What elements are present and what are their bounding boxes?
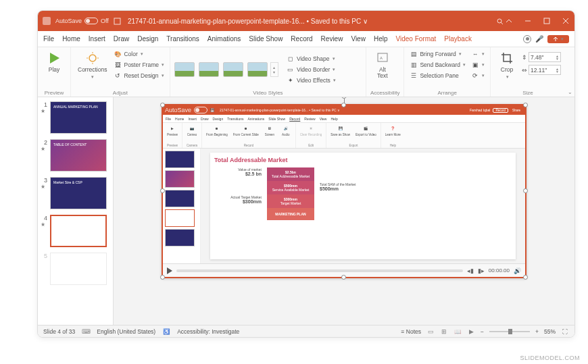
video-frame-fwd-button[interactable]: ▮▸ xyxy=(478,267,485,274)
slide-thumbnails-panel[interactable]: 1★ ANNUAL MARKETING PLAN 2★ TABLE OF CON… xyxy=(38,97,114,325)
group-size: Crop▾ ⇕ 7.48"▲▼ ⇔ 12.11"▲▼ Size xyxy=(491,47,565,97)
tab-design[interactable]: Design xyxy=(137,34,158,44)
style-thumb[interactable] xyxy=(223,62,243,77)
video-effects-button[interactable]: ✦Video Effects▾ xyxy=(285,76,337,85)
thumbnail-item[interactable]: 2★ TABLE OF CONTENT xyxy=(41,139,110,172)
zoom-level[interactable]: 55% xyxy=(544,328,556,335)
watermark: SLIDEMODEL.COM xyxy=(520,355,580,361)
video-object-selected[interactable]: AutoSave 💾 21747-01-annual-marketing-pla… xyxy=(162,104,526,278)
shape-icon: ◻ xyxy=(287,55,295,63)
reading-view-icon[interactable]: 📖 xyxy=(454,328,462,336)
share-button[interactable]: ▾ xyxy=(547,35,569,43)
zoom-slider[interactable] xyxy=(489,331,530,332)
tab-insert[interactable]: Insert xyxy=(89,34,105,44)
bring-forward-button[interactable]: ▤Bring Forward▾ xyxy=(408,49,467,59)
close-icon[interactable] xyxy=(561,16,570,26)
notes-button[interactable]: ≡ Notes xyxy=(401,328,422,335)
poster-frame-button[interactable]: 🖼Poster Frame▾ xyxy=(112,60,166,70)
tab-animations[interactable]: Animations xyxy=(207,34,241,44)
tab-review[interactable]: Review xyxy=(321,34,343,44)
resize-handle[interactable] xyxy=(341,275,346,280)
video-shape-button[interactable]: ◻Video Shape▾ xyxy=(285,54,337,63)
align-icon: ↔ xyxy=(471,50,479,58)
style-thumb[interactable] xyxy=(247,62,268,77)
accessibility-icon: ♿ xyxy=(162,328,170,336)
save-icon[interactable] xyxy=(113,16,122,26)
maximize-icon[interactable] xyxy=(542,16,552,26)
resize-handle[interactable] xyxy=(160,188,165,193)
search-icon[interactable] xyxy=(495,16,504,26)
gallery-more-icon[interactable]: ▴▾ xyxy=(270,62,278,77)
rotate-handle[interactable] xyxy=(341,97,347,99)
slide-counter[interactable]: Slide 4 of 33 xyxy=(43,328,75,335)
video-content: AutoSave 💾 21747-01-annual-marketing-pla… xyxy=(163,105,525,263)
title-bar: AutoSave Off 21747-01-annual-marketing-p… xyxy=(38,11,574,31)
resize-handle[interactable] xyxy=(160,275,165,280)
sorter-view-icon[interactable]: ⊞ xyxy=(440,328,448,336)
thumbnail-item[interactable]: 5 xyxy=(41,253,110,285)
resize-handle[interactable] xyxy=(523,103,528,107)
video-volume-icon[interactable]: 🔊 xyxy=(514,267,521,274)
tab-record[interactable]: Record xyxy=(291,34,312,44)
minimize-icon[interactable] xyxy=(523,16,533,26)
video-seek-track[interactable] xyxy=(176,269,463,272)
inner-slide-title: Total Addressable Market xyxy=(214,157,512,163)
tab-view[interactable]: View xyxy=(351,34,366,44)
alt-text-button[interactable]: A Alt Text xyxy=(370,49,395,81)
play-button[interactable]: Play xyxy=(42,49,66,74)
color-button[interactable]: 🎨Color▾ xyxy=(112,49,166,59)
mic-icon[interactable]: 🎤 xyxy=(535,35,543,43)
thumbnail-item[interactable]: 1★ ANNUAL MARKETING PLAN xyxy=(41,101,110,134)
thumbnail-item[interactable]: 4★ xyxy=(41,215,110,247)
tab-draw[interactable]: Draw xyxy=(114,34,129,44)
width-input[interactable]: 12.11"▲▼ xyxy=(529,65,561,75)
group-label-adjust: Adjust xyxy=(75,89,166,96)
group-label-size: Size xyxy=(495,89,561,96)
tab-file[interactable]: File xyxy=(43,34,54,44)
language-status[interactable]: English (United States) xyxy=(97,328,155,335)
reset-design-button[interactable]: ↺Reset Design▾ xyxy=(112,71,166,80)
resize-handle[interactable] xyxy=(160,103,165,107)
send-backward-button[interactable]: ▥Send Backward▾ xyxy=(408,60,467,70)
corrections-button[interactable]: Corrections▾ xyxy=(75,49,109,81)
crop-button[interactable]: Crop▾ xyxy=(495,49,519,81)
tab-help[interactable]: Help xyxy=(374,34,388,44)
tab-playback[interactable]: Playback xyxy=(444,34,472,44)
group-arrange: ▤Bring Forward▾ ▥Send Backward▾ ☰Selecti… xyxy=(404,47,491,97)
collapse-ribbon-icon[interactable]: ⌄ xyxy=(568,89,572,95)
effects-icon: ✦ xyxy=(287,76,295,84)
bring-forward-icon: ▤ xyxy=(410,50,418,58)
tab-video-format[interactable]: Video Format xyxy=(395,34,436,44)
slide-canvas[interactable]: AutoSave 💾 21747-01-annual-marketing-pla… xyxy=(114,97,574,325)
thumbnail-item[interactable]: 3★ Market Size & CSP xyxy=(41,177,110,209)
reset-icon: ↺ xyxy=(114,72,122,80)
align-button[interactable]: ↔▾ xyxy=(470,49,486,59)
tab-slideshow[interactable]: Slide Show xyxy=(249,34,283,44)
tab-transitions[interactable]: Transitions xyxy=(166,34,199,44)
resize-handle[interactable] xyxy=(523,188,528,193)
group-objects-button[interactable]: ▣▾ xyxy=(470,60,486,70)
color-icon: 🎨 xyxy=(114,50,122,58)
slideshow-view-icon[interactable]: ▶ xyxy=(467,328,475,336)
autosave-toggle[interactable]: AutoSave Off xyxy=(55,18,109,24)
selection-pane-button[interactable]: ☰Selection Pane xyxy=(408,71,467,80)
svg-text:A: A xyxy=(380,56,383,60)
camera-record-icon[interactable] xyxy=(523,35,531,43)
ribbon-options-icon[interactable] xyxy=(504,16,514,26)
video-border-button[interactable]: ▭Video Border▾ xyxy=(285,65,337,74)
resize-handle[interactable] xyxy=(341,103,346,107)
play-icon xyxy=(47,51,62,66)
height-input[interactable]: 7.48"▲▼ xyxy=(529,52,561,62)
resize-handle[interactable] xyxy=(523,275,528,280)
style-thumb[interactable] xyxy=(199,62,219,77)
accessibility-status[interactable]: Accessibility: Investigate xyxy=(177,328,239,335)
rotate-button[interactable]: ⟳▾ xyxy=(470,71,486,80)
normal-view-icon[interactable]: ▭ xyxy=(426,328,435,336)
video-play-button[interactable] xyxy=(167,267,172,274)
fit-window-icon[interactable]: ⛶ xyxy=(561,328,569,336)
tab-home[interactable]: Home xyxy=(62,34,80,44)
zoom-out-button[interactable]: − xyxy=(481,328,484,335)
zoom-in-button[interactable]: + xyxy=(535,328,539,335)
style-thumb[interactable] xyxy=(174,62,195,77)
video-frame-back-button[interactable]: ◂▮ xyxy=(467,267,474,274)
